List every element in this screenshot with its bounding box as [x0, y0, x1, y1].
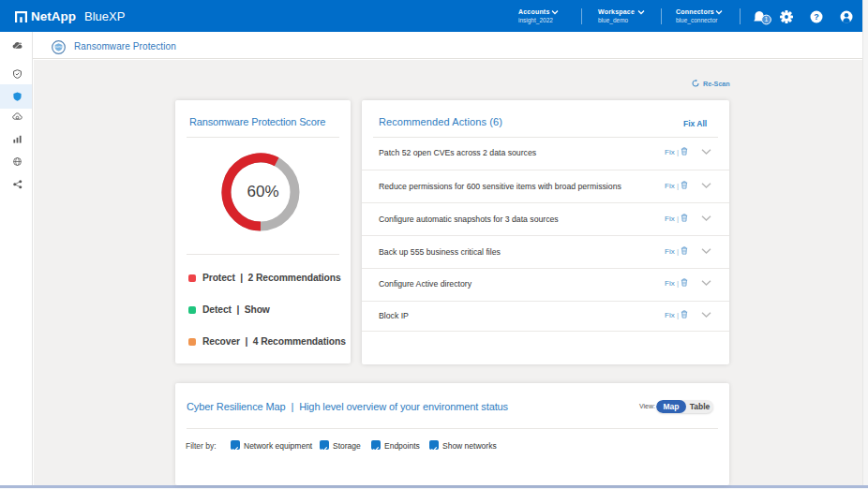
svg-text:1: 1	[765, 16, 769, 22]
svg-text:?: ?	[814, 12, 819, 22]
